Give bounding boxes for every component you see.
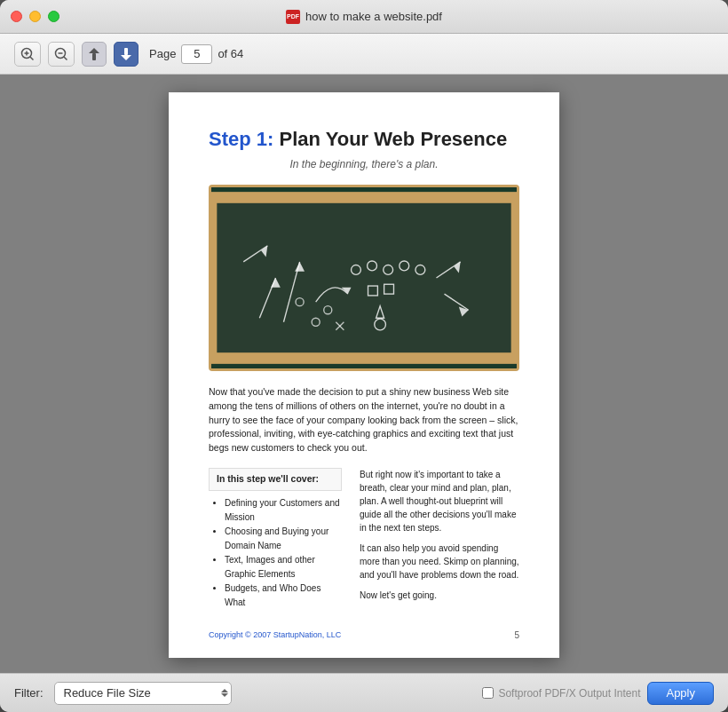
apply-button[interactable]: Apply: [647, 682, 714, 705]
chalk-drawing-svg: [211, 187, 517, 368]
softproof-section: Softproof PDF/X Output Intent Apply: [482, 682, 714, 705]
arrow-down-icon: [120, 47, 132, 61]
two-col-section: In this step we'll cover: Defining your …: [209, 468, 519, 610]
page-footer: Copyright © 2007 StartupNation, LLC 5: [209, 630, 519, 640]
pdf-page: Step 1: Plan Your Web Presence In the be…: [169, 92, 559, 658]
right-text-3: Now let's get going.: [360, 589, 519, 602]
page-label: Page: [149, 47, 176, 60]
page-number-input[interactable]: [181, 44, 212, 64]
zoom-out-button[interactable]: [48, 42, 75, 67]
zoom-in-icon: [20, 46, 36, 62]
page-heading: Step 1: Plan Your Web Presence: [209, 128, 519, 151]
body-text: Now that you've made the decision to put…: [209, 385, 519, 455]
svg-rect-11: [211, 197, 517, 358]
footer-page-num: 5: [514, 630, 519, 640]
page-down-button[interactable]: [114, 42, 138, 67]
titlebar: PDF how to make a website.pdf: [0, 0, 728, 34]
page-up-button[interactable]: [82, 42, 107, 67]
chalkboard-image: [209, 185, 519, 371]
heading-rest: Plan Your Web Presence: [273, 128, 507, 150]
filter-select-wrapper: Reduce File Size Color Sync Gray Tone Li…: [54, 682, 232, 705]
right-text-2: It can also help you avoid spending more…: [360, 542, 519, 581]
page-subtitle: In the beginning, there's a plan.: [209, 158, 519, 170]
filter-bar: Filter: Reduce File Size Color Sync Gray…: [0, 673, 728, 712]
zoom-in-button[interactable]: [14, 42, 41, 67]
filter-select[interactable]: Reduce File Size Color Sync Gray Tone Li…: [54, 682, 232, 705]
toolbar: Page of 64: [0, 34, 728, 75]
zoom-out-icon: [53, 46, 69, 62]
svg-line-6: [64, 57, 67, 60]
list-item: Text, Images and other Graphic Elements: [225, 553, 342, 581]
svg-rect-9: [124, 48, 128, 55]
heading-step: Step 1:: [209, 128, 273, 150]
close-button[interactable]: [11, 11, 22, 22]
arrow-up-icon: [88, 47, 100, 61]
softproof-label: Softproof PDF/X Output Intent: [498, 687, 640, 700]
svg-marker-8: [89, 48, 99, 53]
bullet-list: Defining your Customers and Mission Choo…: [225, 496, 342, 610]
minimize-button[interactable]: [29, 11, 41, 22]
right-column: But right now it's important to take a b…: [360, 468, 519, 610]
list-item: Choosing and Buying your Domain Name: [225, 525, 342, 553]
total-pages-label: of 64: [218, 47, 243, 60]
main-window: PDF how to make a website.pdf: [0, 0, 728, 712]
softproof-checkbox[interactable]: [482, 687, 494, 699]
page-info: Page of 64: [149, 44, 243, 64]
svg-rect-7: [92, 53, 96, 60]
filter-label: Filter:: [14, 686, 44, 700]
softproof-checkbox-wrapper: Softproof PDF/X Output Intent: [482, 687, 640, 700]
title-area: PDF how to make a website.pdf: [286, 10, 442, 24]
chalkboard-inner: [211, 187, 517, 368]
svg-marker-10: [121, 55, 131, 60]
right-text-1: But right now it's important to take a b…: [360, 468, 519, 534]
maximize-button[interactable]: [48, 11, 59, 22]
content-area: Step 1: Plan Your Web Presence In the be…: [0, 75, 728, 673]
left-column: In this step we'll cover: Defining your …: [209, 468, 342, 610]
list-item: Budgets, and Who Does What: [225, 581, 342, 610]
pdf-icon: PDF: [286, 10, 300, 24]
box-title: In this step we'll cover:: [209, 468, 342, 491]
list-item: Defining your Customers and Mission: [225, 496, 342, 525]
window-title: how to make a website.pdf: [305, 10, 442, 23]
svg-line-3: [30, 57, 34, 60]
traffic-lights: [11, 11, 59, 22]
footer-copyright: Copyright © 2007 StartupNation, LLC: [209, 630, 341, 639]
